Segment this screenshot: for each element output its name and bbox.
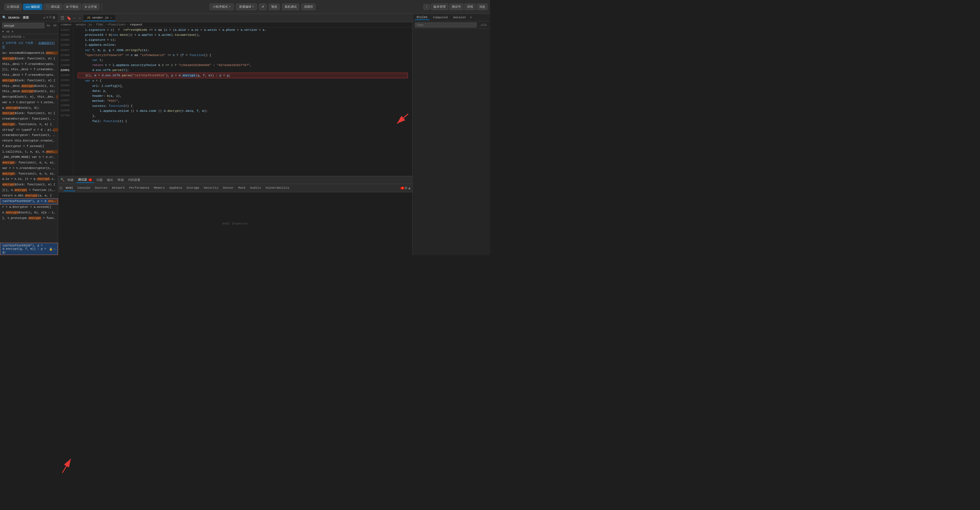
list-icon[interactable]: ≡ — [46, 16, 48, 20]
dock-btn[interactable]: ⊡ — [59, 186, 62, 190]
collapse-btn[interactable]: ▲ — [408, 186, 411, 190]
build-tab[interactable]: 构建 — [66, 177, 75, 183]
editor-btn[interactable]: </> 编辑器 — [23, 3, 43, 10]
list-item[interactable]: return o.AES.encrypt(a, e, { — [0, 193, 58, 199]
messages-btn[interactable]: 消息 — [477, 3, 488, 10]
refresh-btn[interactable]: ↺ — [259, 3, 266, 10]
list-item[interactable]: this._des1.encryptBlock(t, e), this._des… — [0, 83, 58, 89]
breadcrumb-item-function[interactable]: <function> — [107, 23, 126, 26]
tab-security[interactable]: Security — [202, 185, 221, 191]
tab-performance[interactable]: Performance — [127, 185, 152, 191]
debugger-btn[interactable]: ⬛ 调试器 — [43, 3, 62, 10]
tab-mock[interactable]: Mock — [236, 185, 248, 191]
content-wrapper: ☰ 🔖 ← → JS vendor.js ✕ common › vendor.j… — [58, 14, 412, 255]
sidebar-toggle-btn[interactable]: ☰ — [60, 15, 64, 21]
list-item[interactable]: var r = t.createEncryptor(n, a); — [0, 166, 58, 171]
list-item-active[interactable]: ca3762af61e59520"), p = d.encrypt(g, f, … — [0, 198, 58, 204]
tab-memory[interactable]: Memory — [152, 185, 167, 191]
code-quality-tab[interactable]: 代码质量 — [126, 177, 142, 183]
debugger-tab[interactable]: 调试器 1 — [76, 177, 94, 183]
tab-appdata[interactable]: AppData — [167, 185, 184, 191]
list-item[interactable]: encryptBlock: function(t, e) { — [0, 182, 58, 188]
styles-tab[interactable]: Styles — [415, 15, 429, 20]
forward-btn[interactable]: → — [77, 16, 81, 20]
upload-btn[interactable]: ↑ — [423, 4, 430, 10]
preview-btn[interactable]: 预览 — [269, 3, 280, 10]
tab-wxml[interactable]: Wxml — [64, 185, 75, 191]
close-result-icon[interactable]: ✕ — [54, 247, 56, 251]
issues-tab[interactable]: 问题 — [95, 177, 104, 183]
settings-icon[interactable]: ⚙ — [404, 186, 408, 190]
list-item[interactable]: ss: encodeURIComponent(e.encrypt(JSON.st… — [0, 51, 58, 56]
list-item[interactable]: var n = t.Encryptor = t.extend({ — [0, 100, 58, 105]
tab-sensor[interactable]: Sensor — [221, 185, 236, 191]
list-item[interactable]: r = a.Encryptor = a.extend({ — [0, 204, 58, 210]
styles-content — [413, 29, 490, 255]
list-item[interactable]: this._des3.encryptBlock(t, e); — [0, 89, 58, 94]
list-item[interactable]: this._des3 = f.createEncryptor(n.create(… — [0, 72, 58, 78]
editor-and-bottom: ☰ 🔖 ← → JS vendor.js ✕ common › vendor.j… — [58, 14, 412, 255]
refresh-search-icon[interactable]: ↺ — [43, 16, 45, 20]
cls-button[interactable]: .cls — [478, 23, 488, 27]
test-num-btn[interactable]: 测试号 — [449, 3, 463, 10]
back-btn[interactable]: ← — [72, 16, 76, 20]
list-item[interactable]: a.iv = n.iv, (t = p.encrypt.call(this, t… — [0, 177, 58, 182]
breadcrumb-item-vendor[interactable]: vendor.js — [75, 23, 92, 26]
list-item[interactable]: decryptBlock(t, e), this._des2.encryptBl… — [0, 94, 58, 100]
dataset-tab[interactable]: Dataset — [452, 15, 468, 20]
tab-network[interactable]: Network — [110, 185, 127, 191]
bookmark-btn[interactable]: 🔖 — [67, 16, 71, 20]
version-mgmt-btn[interactable]: 版本管理 — [431, 3, 448, 10]
details-btn[interactable]: 详情 — [465, 3, 476, 10]
list-item[interactable]: })), this._des2 = f.createEncryptor(n.cr… — [0, 67, 58, 72]
tab-close-icon[interactable]: ✕ — [110, 16, 112, 19]
list-item[interactable]: encrypt: function(t, e, n, a) { — [0, 171, 58, 177]
cloud-btn[interactable]: ⊘ 云开发 — [82, 3, 100, 10]
whole-word-icon[interactable]: Ab — [52, 24, 58, 28]
real-device-btn[interactable]: 真机调试 — [282, 3, 299, 10]
list-item[interactable]: encryptBlock: function(t, e) { — [0, 56, 58, 62]
list-item[interactable]: encrypt: function(e, n, a) { — [0, 122, 58, 128]
more-tabs-icon[interactable]: » — [470, 16, 472, 19]
output-tab[interactable]: 输出 — [105, 177, 115, 183]
breadcrumb-item-common[interactable]: common — [60, 23, 72, 26]
list-item[interactable]: encryptBlock: function(t, e) { — [0, 78, 58, 83]
match-case-icon[interactable]: Aa — [46, 24, 51, 28]
computed-tab[interactable]: Computed — [431, 15, 450, 20]
clear-search-icon[interactable]: 🗑 — [52, 16, 56, 20]
compile-dropdown[interactable]: 普通编译 ▼ — [236, 3, 257, 10]
list-item[interactable]: f.Encryptor = f.extend({ — [0, 144, 58, 149]
list-item[interactable]: }, t.prototype.encrypt = function(t) { — [0, 215, 58, 221]
tab-vulnerability[interactable]: Vulnerability — [263, 185, 291, 191]
list-item[interactable]: string" == typeof n ? d : p).encrypt(t, … — [0, 128, 58, 133]
replace-toggle-icon[interactable]: ▼ — [2, 30, 4, 33]
breadcrumb-item-f20c[interactable]: f20c — [96, 23, 103, 26]
list-item[interactable]: return this.Encryptor.create(t, e); — [0, 138, 58, 144]
list-item[interactable]: _ENC_XFORM_MODE) var n = e.createEncrypt… — [0, 155, 58, 160]
simulator-btn[interactable]: ⊡ 模拟器 — [5, 3, 22, 10]
list-item[interactable]: createEncryptor: function(t, e) { — [0, 132, 58, 138]
visual-btn[interactable]: ⊞ 可视化 — [64, 3, 81, 10]
list-item[interactable]: }(), o.encrypt = function (t, e, n) { — [0, 188, 58, 193]
list-item[interactable]: l.call(this, t, e, a), n.encryptBlock(t,… — [0, 149, 58, 155]
cloud-icon: ⊘ — [84, 5, 87, 9]
list-item[interactable]: encryptBlock: function(t, e) { — [0, 111, 58, 116]
list-item[interactable]: this._des1 = f.createEncryptor(n.create(… — [0, 62, 58, 67]
breadcrumb-item-request[interactable]: request — [130, 23, 143, 26]
tab-audits[interactable]: Audits — [248, 185, 263, 191]
tab-console[interactable]: Console — [75, 185, 92, 191]
list-item[interactable]: a.encryptBlock(s, 0); — [0, 105, 58, 111]
list-item[interactable]: createEncryptor: function(t, e) { — [0, 116, 58, 122]
search-input[interactable] — [2, 23, 45, 28]
tab-storage[interactable]: Storage — [185, 185, 202, 191]
mode-dropdown[interactable]: 小程序模式 ▼ — [210, 3, 234, 10]
list-item[interactable]: n.encryptBlock(i, 0), o[a - 1] = o[a - 1… — [0, 210, 58, 215]
copy-icon[interactable]: ⎘ — [49, 16, 51, 20]
styles-filter-input[interactable] — [415, 22, 477, 27]
terminal-tab[interactable]: 终端 — [116, 177, 125, 183]
list-item[interactable]: encrypt: function(t, e, n, a) { — [0, 160, 58, 166]
tab-vendor-js[interactable]: JS vendor.js ✕ — [83, 15, 115, 21]
clear-cache-btn[interactable]: 清缓存 — [301, 3, 316, 10]
tab-sources[interactable]: Sources — [92, 185, 110, 191]
code-editor[interactable]: 22683 22684 22685 22686 22687 22688 2268… — [58, 27, 412, 176]
